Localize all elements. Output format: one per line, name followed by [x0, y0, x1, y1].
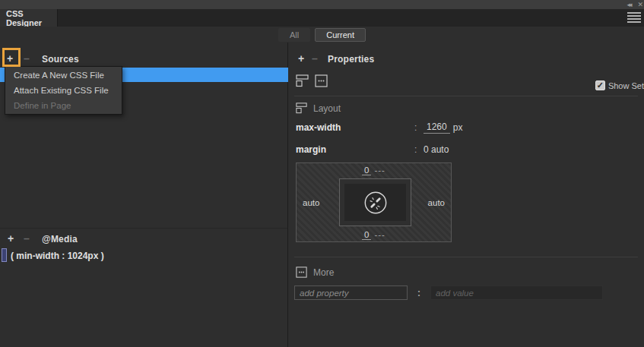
property-name: max-width	[296, 122, 414, 133]
margin-right-control[interactable]: auto	[428, 198, 445, 207]
panel-options-menu-icon[interactable]	[627, 12, 641, 23]
properties-header: + – Properties	[288, 52, 644, 74]
media-selection-indicator	[2, 248, 7, 262]
menu-item-create-new-css-file[interactable]: Create A New CSS File	[5, 68, 122, 83]
media-section: + – @Media ( min-width : 1024px )	[0, 228, 287, 263]
more-section-icon	[296, 267, 307, 278]
property-row-margin: margin : 0 auto	[296, 144, 644, 155]
panel-top-strip: ◂◂ ✕	[0, 0, 644, 9]
property-category-bar: ✓ Show Set	[288, 74, 644, 96]
tab-css-designer[interactable]: CSS Designer	[0, 9, 58, 27]
add-source-context-menu: Create A New CSS File Attach Existing CS…	[5, 66, 122, 115]
margin-top-control[interactable]: 0---	[297, 166, 451, 175]
all-button[interactable]: All	[278, 28, 310, 42]
checkbox-checked-icon: ✓	[595, 80, 605, 90]
margin-diagram-content-box	[344, 184, 406, 221]
menu-item-define-in-page: Define in Page	[5, 98, 122, 113]
separator	[294, 96, 638, 96]
show-set-label: Show Set	[608, 81, 644, 90]
remove-media-button[interactable]: –	[24, 234, 30, 243]
margin-top-dashes: ---	[374, 166, 385, 175]
property-name: margin	[296, 144, 414, 155]
collapse-panel-icon[interactable]: ◂◂	[627, 1, 630, 8]
close-icon[interactable]: ✕	[637, 1, 642, 8]
layout-group-title: Layout	[313, 103, 341, 114]
add-property-input[interactable]	[294, 285, 408, 300]
add-property-button[interactable]: +	[298, 54, 304, 63]
add-value-input[interactable]	[430, 285, 603, 300]
remove-property-button[interactable]: –	[312, 54, 318, 63]
separator	[294, 257, 638, 257]
more-group-header: More	[296, 267, 644, 278]
add-source-button[interactable]: +	[7, 54, 13, 63]
media-title: @Media	[42, 234, 78, 244]
media-query-label: ( min-width : 1024px )	[11, 251, 104, 261]
more-category-icon[interactable]	[315, 74, 328, 87]
remove-source-button[interactable]: –	[24, 54, 30, 63]
add-declaration-row: :	[294, 285, 644, 300]
margin-bottom-dashes: ---	[374, 230, 385, 239]
tab-title: CSS Designer	[6, 9, 57, 27]
more-group-title: More	[313, 267, 334, 278]
properties-title: Properties	[328, 54, 374, 65]
margin-left-control[interactable]: auto	[303, 198, 319, 207]
css-designer-panel: ◂◂ ✕ CSS Designer All Current + – Source…	[0, 0, 644, 347]
show-set-checkbox[interactable]: ✓ Show Set	[595, 80, 644, 90]
media-query-row[interactable]: ( min-width : 1024px )	[0, 248, 287, 263]
max-width-value[interactable]: 1260	[424, 121, 450, 134]
max-width-unit[interactable]: px	[453, 122, 463, 133]
unlink-margins-icon[interactable]	[363, 190, 389, 216]
layout-group-header: Layout	[296, 103, 644, 114]
margin-box-diagram: 0--- auto auto 0---	[296, 162, 452, 242]
sources-title: Sources	[42, 54, 79, 65]
media-header: + – @Media	[0, 229, 287, 248]
margin-bottom-control[interactable]: 0---	[297, 230, 451, 239]
current-button[interactable]: Current	[315, 28, 366, 42]
sources-media-column: + – Sources Create A New CSS File Attach…	[0, 43, 288, 347]
layout-category-icon[interactable]	[296, 74, 309, 87]
margin-diagram-element-box	[339, 178, 411, 226]
properties-column: + – Properties	[288, 43, 644, 347]
menu-item-attach-existing-css-file[interactable]: Attach Existing CSS File	[5, 83, 122, 98]
view-toggle-bar: All Current	[0, 27, 644, 43]
margin-value[interactable]: 0 auto	[424, 144, 449, 155]
add-media-button[interactable]: +	[8, 234, 14, 243]
layout-section-icon	[296, 103, 307, 114]
property-row-max-width: max-width : 1260 px	[296, 121, 644, 134]
panel-tab-bar: CSS Designer	[0, 9, 644, 27]
